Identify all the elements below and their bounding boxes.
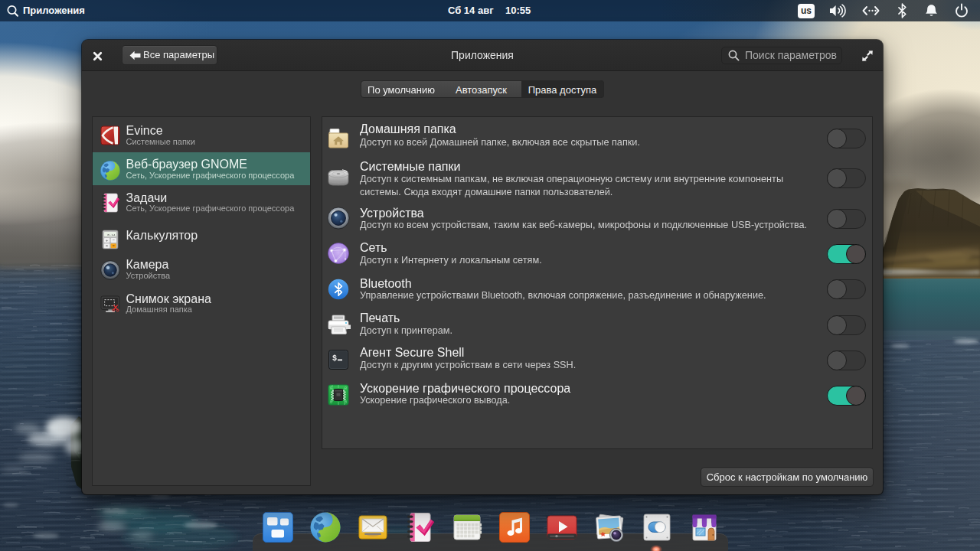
svg-text:−: − (112, 237, 114, 242)
svg-text:$: $ (332, 354, 337, 363)
svg-text:=: = (112, 243, 114, 248)
svg-text:×: × (106, 243, 108, 248)
svg-text:0.14: 0.14 (107, 233, 116, 236)
svg-text:+: + (106, 238, 108, 243)
